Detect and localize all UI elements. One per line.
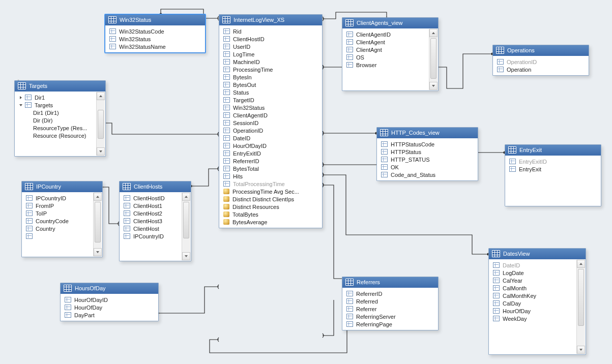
table-header[interactable]: EntryExit: [505, 145, 601, 156]
column-item[interactable]: Operation: [494, 66, 588, 73]
scroll-up-button[interactable]: [577, 260, 585, 268]
column-item[interactable]: Status: [220, 88, 321, 96]
column-item[interactable]: ClientAgent: [343, 38, 429, 46]
scroll-down-button[interactable]: [94, 248, 102, 256]
column-item[interactable]: ReferrerID: [343, 290, 437, 297]
column-item[interactable]: ClientHost2: [121, 209, 182, 217]
column-item[interactable]: ClientHostID: [121, 194, 182, 202]
column-item[interactable]: LogTime: [220, 50, 321, 58]
scroll-down-button[interactable]: [577, 346, 585, 354]
column-item[interactable]: BytesIn: [220, 73, 321, 81]
column-item[interactable]: ClientAgentID: [343, 31, 429, 38]
column-item[interactable]: HourOfDay: [490, 307, 576, 315]
table-header[interactable]: Referrers: [342, 277, 438, 288]
table-ipcountry[interactable]: IPCountry IPCountryIDFromIPToIPCountryCo…: [21, 181, 103, 257]
scroll-thumb[interactable]: [430, 38, 436, 79]
table-header[interactable]: InternetLogView_XS: [219, 15, 322, 25]
table-win32status[interactable]: Win32Status Win32StatusCodeWin32StatusWi…: [105, 14, 206, 53]
column-item[interactable]: BytesTotal: [220, 165, 321, 172]
table-header[interactable]: Operations: [493, 45, 589, 56]
tree-item[interactable]: Dir1 (Dir1): [16, 109, 96, 116]
column-item[interactable]: Distinct Distinct ClientIps: [220, 195, 321, 203]
column-item[interactable]: OperationID: [220, 127, 321, 134]
column-item[interactable]: HourOfDay: [62, 304, 157, 311]
column-item[interactable]: ProcessingTime Avg Sec...: [220, 188, 321, 195]
tree-caret-icon[interactable]: [20, 96, 22, 99]
column-item[interactable]: TotalProcessingTime: [220, 180, 321, 188]
column-item[interactable]: ToIP: [23, 209, 93, 217]
column-item[interactable]: ClientHost3: [121, 217, 182, 225]
column-item[interactable]: CalYear: [490, 277, 576, 284]
scroll-down-button[interactable]: [97, 147, 105, 156]
column-item[interactable]: DateID: [490, 261, 576, 269]
column-item[interactable]: Win32StatusName: [106, 43, 204, 50]
table-targets[interactable]: Targets Dir1TargetsDir1 (Dir1)Dir (Dir)R…: [14, 80, 106, 157]
column-item[interactable]: ClientHost: [121, 225, 182, 232]
scrollbar[interactable]: [429, 29, 438, 90]
table-clienthosts[interactable]: ClientHosts ClientHostIDClientHost1Clien…: [119, 181, 191, 261]
scroll-up-button[interactable]: [97, 92, 105, 100]
scroll-down-button[interactable]: [429, 82, 438, 90]
column-item[interactable]: Distinct Resources: [220, 203, 321, 210]
column-item[interactable]: BytesAverage: [220, 218, 321, 226]
column-item[interactable]: OperationID: [494, 58, 588, 66]
column-item[interactable]: ReferringPage: [343, 320, 437, 328]
column-item[interactable]: HTTPStatusCode: [378, 140, 477, 148]
scroll-thumb[interactable]: [578, 269, 584, 326]
scroll-thumb[interactable]: [95, 202, 101, 242]
scroll-up-button[interactable]: [94, 193, 102, 201]
column-item[interactable]: Rid: [220, 27, 321, 35]
scroll-up-button[interactable]: [182, 193, 190, 201]
table-header[interactable]: HoursOfDay: [61, 283, 158, 294]
table-clientagents[interactable]: ClientAgents_view ClientAgentIDClientAge…: [342, 17, 439, 91]
column-item[interactable]: Win32StatusCode: [106, 27, 204, 35]
tree-item[interactable]: Resource (Resource): [16, 132, 96, 139]
tree-item[interactable]: Dir1: [16, 94, 96, 101]
column-item[interactable]: CalDay: [490, 299, 576, 307]
column-item[interactable]: Win32Status: [220, 104, 321, 111]
column-item[interactable]: BytesOut: [220, 81, 321, 88]
column-item[interactable]: Win32Status: [106, 35, 204, 43]
table-entryexit[interactable]: EntryExit EntryExitIDEntryExit: [505, 144, 601, 206]
column-item[interactable]: LogDate: [490, 269, 576, 277]
table-header[interactable]: IPCountry: [22, 181, 102, 192]
column-item[interactable]: EntryExit: [506, 165, 600, 173]
column-item[interactable]: CalMonth: [490, 284, 576, 292]
table-header[interactable]: Targets: [15, 81, 105, 92]
table-header[interactable]: DatesView: [489, 249, 586, 259]
column-item[interactable]: HTTP_STATUS: [378, 156, 477, 163]
column-item[interactable]: IPCountryID: [23, 194, 93, 202]
scrollbar[interactable]: [576, 260, 585, 354]
column-item[interactable]: DateID: [220, 134, 321, 142]
column-item[interactable]: Country: [23, 225, 93, 232]
column-item[interactable]: EntryExitID: [220, 149, 321, 157]
table-hoursofday[interactable]: HoursOfDay HourOfDayIDHourOfDayDayPart: [60, 283, 159, 321]
column-item[interactable]: ClientAgentID: [220, 111, 321, 119]
column-item[interactable]: ClientAgnt: [343, 46, 429, 53]
scrollbar[interactable]: [93, 193, 102, 256]
column-item[interactable]: Hits: [220, 172, 321, 180]
column-item[interactable]: MachineID: [220, 58, 321, 66]
column-item[interactable]: CalMonthKey: [490, 292, 576, 299]
column-item[interactable]: OK: [378, 163, 477, 171]
scrollbar[interactable]: [182, 193, 190, 260]
column-item[interactable]: ProcessingTime: [220, 66, 321, 73]
column-item[interactable]: WeekDay: [490, 315, 576, 322]
table-header[interactable]: HTTP_Codes_view: [377, 128, 478, 138]
tree-item[interactable]: ResourceType (Res...: [16, 124, 96, 132]
scroll-thumb[interactable]: [98, 110, 104, 139]
column-item[interactable]: HourOfDayID: [220, 142, 321, 149]
column-item[interactable]: EntryExitID: [506, 158, 600, 165]
tree-item[interactable]: Dir (Dir): [16, 116, 96, 124]
column-item[interactable]: Referred: [343, 297, 437, 305]
column-item[interactable]: OS: [343, 53, 429, 61]
column-item[interactable]: ReferrerID: [220, 157, 321, 165]
scroll-down-button[interactable]: [182, 252, 190, 260]
column-item[interactable]: Referrer: [343, 305, 437, 313]
column-item[interactable]: Code_and_Status: [378, 171, 477, 178]
column-item[interactable]: ClientHost1: [121, 202, 182, 209]
scroll-thumb[interactable]: [183, 202, 189, 238]
table-operations[interactable]: Operations OperationIDOperation: [492, 45, 589, 76]
column-item[interactable]: HTTPStatus: [378, 148, 477, 156]
table-header[interactable]: Win32Status: [105, 15, 205, 25]
